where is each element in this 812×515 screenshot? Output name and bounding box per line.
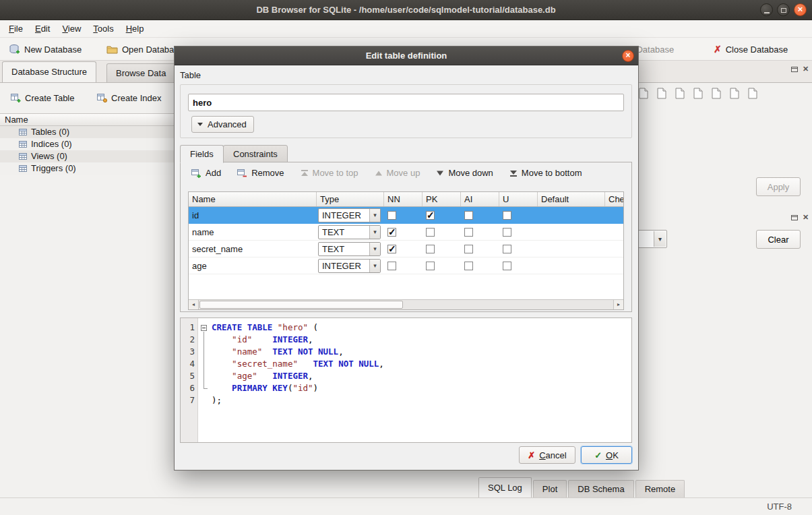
field-row-age[interactable]: ageINTEGER▾ [189,258,623,274]
document-icon[interactable] [657,88,667,99]
encoding-indicator[interactable]: UTF-8 [767,498,792,515]
cancel-button[interactable]: ✗ Cancel [519,446,575,464]
field-default-cell[interactable] [538,224,605,240]
tab-plot[interactable]: Plot [533,480,567,497]
nn-checkbox[interactable] [387,262,396,270]
ai-checkbox[interactable] [464,262,473,270]
field-check-cell[interactable] [605,207,624,224]
column-header-name[interactable]: Name [189,192,317,206]
advanced-toggle-button[interactable]: Advanced [191,116,254,133]
remove-field-button[interactable]: Remove [237,168,284,178]
sql-code[interactable]: CREATE TABLE "hero" ( "id" INTEGER, "nam… [212,318,631,442]
field-row-name[interactable]: nameTEXT▾ [189,224,623,241]
tab-constraints[interactable]: Constraints [223,145,288,162]
type-combobox[interactable]: TEXT▾ [318,225,381,239]
u-checkbox[interactable] [503,245,511,253]
field-default-cell[interactable] [538,241,605,257]
ai-checkbox[interactable] [464,211,473,220]
field-row-secret_name[interactable]: secret_nameTEXT▾ [189,241,623,258]
dialog-titlebar[interactable]: Edit table definition × [175,47,638,65]
u-checkbox[interactable] [503,228,511,237]
scroll-left-icon[interactable]: ◂ [189,300,199,309]
document-icon[interactable] [730,88,740,99]
column-header-check[interactable]: Check [605,192,624,206]
nn-checkbox[interactable] [387,245,396,253]
field-default-cell[interactable] [538,207,605,224]
add-field-label: Add [206,168,221,178]
nn-checkbox[interactable] [387,211,396,220]
column-header-nn[interactable]: NN [384,192,423,206]
document-icon[interactable] [693,88,704,99]
menu-help[interactable]: Help [120,22,150,36]
ai-checkbox[interactable] [464,245,473,253]
window-titlebar[interactable]: DB Browser for SQLite - /home/user/code/… [0,0,812,20]
tab-database-structure[interactable]: Database Structure [2,61,96,82]
table-name-input[interactable] [188,94,624,111]
close-panel-icon[interactable]: ✕ [803,65,809,73]
tab-remote[interactable]: Remote [635,480,685,497]
column-header-pk[interactable]: PK [423,192,461,206]
tab-sql-log[interactable]: SQL Log [478,477,532,497]
move-down-button[interactable]: Move down [436,168,493,178]
add-field-button[interactable]: Add [191,168,221,178]
column-header-u[interactable]: U [499,192,538,206]
close-panel-icon[interactable]: ✕ [803,214,809,221]
pk-checkbox[interactable] [426,245,435,253]
tab-browse-data[interactable]: Browse Data [106,63,175,82]
close-window-button[interactable]: × [794,3,807,16]
create-index-button[interactable]: Create Index [93,90,165,106]
field-default-cell[interactable] [538,258,605,274]
field-row-id[interactable]: idINTEGER▾ [189,207,623,224]
tab-db-schema[interactable]: DB Schema [568,480,633,497]
document-icon[interactable] [675,88,685,99]
scroll-right-icon[interactable]: ▸ [613,300,623,309]
pk-checkbox[interactable] [426,228,435,237]
type-combobox[interactable]: TEXT▾ [318,242,381,256]
field-check-cell[interactable] [605,241,624,257]
new-database-button[interactable]: New Database [5,40,86,59]
menu-view[interactable]: View [56,22,87,36]
column-header-ai[interactable]: AI [461,192,499,206]
maximize-button[interactable] [777,3,790,16]
document-icon[interactable] [712,88,722,99]
field-name-cell[interactable]: secret_name [189,241,317,257]
menu-edit[interactable]: Edit [29,22,56,36]
ok-button[interactable]: ✓ OK [581,446,632,464]
menu-file[interactable]: File [3,22,29,36]
minimize-button[interactable] [760,3,773,16]
create-table-button[interactable]: Create Table [7,90,78,106]
move-up-button[interactable]: Move up [375,168,420,178]
ai-checkbox[interactable] [464,228,473,237]
pk-checkbox[interactable] [426,262,435,270]
column-header-type[interactable]: Type [317,192,384,206]
menu-tools[interactable]: Tools [87,22,119,36]
field-name-cell[interactable]: id [189,207,317,224]
column-header-default[interactable]: Default [538,192,605,206]
table-icon [19,128,27,136]
apply-button[interactable]: Apply [756,177,801,196]
document-icon[interactable] [748,88,758,99]
clear-button[interactable]: Clear [756,230,801,249]
code-fold-icon[interactable] [201,325,207,331]
pk-checkbox[interactable] [426,211,435,220]
field-name-cell[interactable]: name [189,224,317,240]
type-combobox[interactable]: INTEGER▾ [318,208,381,222]
field-check-cell[interactable] [605,258,624,274]
move-to-top-button[interactable]: Move to top [301,168,358,178]
document-icon[interactable] [639,88,649,99]
move-to-bottom-button[interactable]: Move to bottom [509,168,582,178]
tree-item-label: Views (0) [31,150,67,162]
dialog-close-button[interactable]: × [622,50,634,62]
scrollbar-thumb[interactable] [199,301,403,309]
float-panel-icon[interactable] [791,66,799,73]
type-combobox[interactable]: INTEGER▾ [318,259,381,273]
field-name-cell[interactable]: age [189,258,317,274]
float-panel-icon[interactable] [791,214,799,221]
field-check-cell[interactable] [605,224,624,240]
u-checkbox[interactable] [503,211,511,220]
horizontal-scrollbar[interactable]: ◂ ▸ [189,299,623,309]
u-checkbox[interactable] [503,262,511,270]
tab-fields[interactable]: Fields [180,145,224,163]
close-database-button[interactable]: ✗ Close Database [710,40,792,59]
nn-checkbox[interactable] [387,228,396,237]
